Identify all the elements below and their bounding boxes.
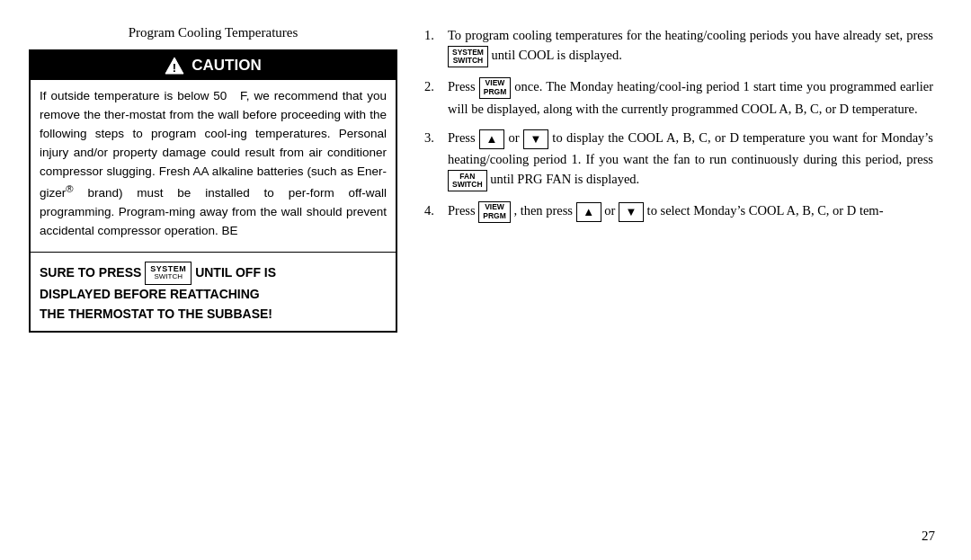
footer-sure-text: SURE TO PRESS: [40, 265, 145, 280]
system-switch-button: SYSTEM SWITCH: [145, 262, 192, 285]
view-prgm-btn-1: VIEW PRGM: [479, 77, 512, 99]
step-1-content: To program cooling temperatures for the …: [448, 25, 933, 67]
or-label-4: or: [604, 203, 619, 218]
step-2: 2. Press VIEW PRGM once. The Monday heat…: [424, 76, 933, 119]
footer-line-1: SURE TO PRESS SYSTEM SWITCH UNTIL OFF IS: [40, 262, 387, 285]
caution-label: CAUTION: [192, 57, 261, 75]
step-3-content: Press ▲ or ▼ to display the COOL A, B, C…: [448, 128, 933, 191]
prgm-bot-1: PRGM: [484, 88, 507, 96]
arrow-down-btn-4: ▼: [619, 202, 644, 222]
right-column: 1. To program cooling temperatures for t…: [415, 25, 942, 538]
page-number: 27: [922, 529, 935, 544]
arrow-up-btn-3: ▲: [479, 129, 504, 149]
or-label-3: or: [508, 130, 523, 145]
fan-bot: SWITCH: [452, 181, 483, 189]
caution-body-text: If outside temperature is below 50 F, we…: [40, 89, 387, 237]
caution-header: ! CAUTION: [31, 51, 396, 80]
system-bot-1: SWITCH: [453, 57, 484, 65]
switch-label: SWITCH: [154, 273, 183, 281]
view-prgm-btn-2: VIEW PRGM: [478, 201, 511, 223]
step-4-content: Press VIEW PRGM , then press ▲ or ▼ to s…: [448, 200, 933, 223]
caution-footer: SURE TO PRESS SYSTEM SWITCH UNTIL OFF IS…: [31, 256, 396, 331]
footer-line-2: DISPLAYED BEFORE REATTACHING: [40, 285, 387, 305]
svg-text:!: !: [173, 61, 176, 75]
steps-list: 1. To program cooling temperatures for t…: [424, 25, 933, 223]
step-3: 3. Press ▲ or ▼ to display the COOL A, B…: [424, 128, 933, 191]
step-4: 4. Press VIEW PRGM , then press ▲ or ▼ t…: [424, 200, 933, 223]
fan-switch-btn: FAN SWITCH: [448, 170, 487, 191]
step-1: 1. To program cooling temperatures for t…: [424, 25, 933, 67]
step-4-num: 4.: [424, 200, 448, 220]
step-1-num: 1.: [424, 25, 448, 45]
caution-body: If outside temperature is below 50 F, we…: [31, 80, 396, 248]
system-switch-btn-1: SYSTEM SWITCH: [448, 46, 488, 67]
footer-line-3: THE THERMOSTAT TO THE SUBBASE!: [40, 305, 387, 324]
prgm-bot-2: PRGM: [483, 212, 506, 220]
warning-icon: !: [165, 56, 184, 76]
caution-box: ! CAUTION If outside temperature is belo…: [29, 49, 397, 333]
step-2-content: Press VIEW PRGM once. The Monday heating…: [448, 76, 933, 119]
step-3-num: 3.: [424, 128, 448, 147]
arrow-down-btn-3: ▼: [523, 129, 548, 149]
arrow-up-btn-4: ▲: [576, 202, 601, 222]
caution-divider: [31, 252, 396, 253]
step-2-num: 2.: [424, 76, 448, 96]
left-column: Program Cooling Temperatures ! CAUTION I…: [29, 25, 415, 538]
footer-until-text: UNTIL OFF IS: [195, 265, 276, 280]
left-title: Program Cooling Temperatures: [29, 25, 397, 40]
